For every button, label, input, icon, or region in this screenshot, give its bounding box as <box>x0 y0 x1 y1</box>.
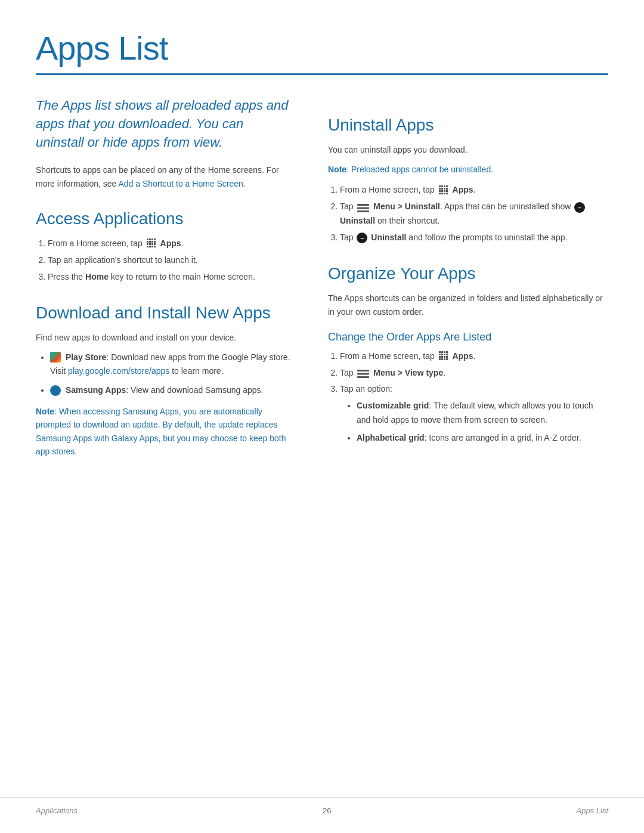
svg-rect-18 <box>444 185 445 187</box>
uninstall-step-2: Tap Menu > Uninstall. Apps that can be u… <box>340 200 608 228</box>
svg-rect-33 <box>357 207 369 209</box>
svg-rect-36 <box>441 351 443 353</box>
svg-rect-48 <box>441 358 443 360</box>
uninstall-note-label: Note <box>328 165 346 174</box>
uninstall-circle-icon: – <box>574 202 585 213</box>
svg-rect-16 <box>439 185 441 187</box>
svg-rect-52 <box>357 373 369 374</box>
svg-rect-6 <box>151 241 153 243</box>
section-title-uninstall: Uninstall Apps <box>328 116 608 135</box>
samsung-apps-item: Samsung Apps: View and download Samsung … <box>50 383 292 398</box>
svg-rect-4 <box>147 241 148 243</box>
svg-rect-49 <box>444 358 445 360</box>
left-column: The Apps list shows all preloaded apps a… <box>36 97 292 466</box>
svg-rect-32 <box>357 204 369 206</box>
change-order-step-2: Tap Menu > View type. <box>340 366 608 380</box>
svg-rect-31 <box>446 193 448 194</box>
svg-rect-28 <box>439 193 441 194</box>
svg-rect-22 <box>444 188 445 190</box>
svg-rect-17 <box>441 185 443 187</box>
play-store-link[interactable]: play.google.com/store/apps <box>68 366 169 376</box>
svg-rect-21 <box>441 188 443 190</box>
svg-rect-39 <box>439 354 441 355</box>
section-title-organize: Organize Your Apps <box>328 264 608 283</box>
footer-right: Apps List <box>577 806 608 815</box>
change-order-step-1: From a Home screen, tap <box>340 349 608 364</box>
svg-rect-7 <box>154 241 156 243</box>
apps-grid-icon-3 <box>438 351 449 361</box>
svg-rect-24 <box>439 190 441 192</box>
right-column: Uninstall Apps You can uninstall apps yo… <box>328 97 608 466</box>
access-step-3: Press the Home key to return to the main… <box>48 270 292 284</box>
customizable-grid-option: Customizable grid: The default view, whi… <box>357 399 608 428</box>
svg-rect-34 <box>357 210 369 212</box>
view-type-options: Customizable grid: The default view, whi… <box>340 399 608 445</box>
svg-rect-12 <box>147 246 148 247</box>
svg-rect-45 <box>444 356 445 358</box>
section-title-access: Access Applications <box>36 209 292 228</box>
svg-rect-37 <box>444 351 445 353</box>
svg-rect-9 <box>149 243 151 245</box>
svg-rect-35 <box>439 351 441 353</box>
svg-rect-50 <box>446 358 448 360</box>
access-step-1: From a Home screen, tap <box>48 237 292 251</box>
download-bullets: Play Store: Download new apps from the G… <box>36 351 292 398</box>
footer: Applications 26 Apps List <box>0 797 644 815</box>
apps-grid-icon <box>146 238 157 249</box>
svg-rect-43 <box>439 356 441 358</box>
samsung-apps-icon <box>50 385 61 396</box>
subsection-change-order: Change the Order Apps Are Listed <box>328 331 608 343</box>
svg-rect-10 <box>151 243 153 245</box>
svg-rect-8 <box>147 243 148 245</box>
svg-rect-14 <box>151 246 153 247</box>
svg-rect-42 <box>446 354 448 355</box>
svg-rect-46 <box>446 356 448 358</box>
organize-intro: The Apps shortcuts can be organized in f… <box>328 292 608 319</box>
svg-rect-30 <box>444 193 445 194</box>
menu-icon-1 <box>357 203 369 211</box>
change-order-step-3: Tap an option: Customizable grid: The de… <box>340 382 608 445</box>
svg-rect-38 <box>446 351 448 353</box>
svg-rect-19 <box>446 185 448 187</box>
svg-rect-40 <box>441 354 443 355</box>
home-screen-shortcut-link[interactable]: Add a Shortcut to a Home Screen <box>119 179 243 188</box>
download-note: Note: When accessing Samsung Apps, you a… <box>36 405 292 459</box>
svg-rect-51 <box>357 370 369 371</box>
page-title: Apps List <box>36 29 608 67</box>
footer-left: Applications <box>36 806 78 815</box>
download-intro: Find new apps to download and install on… <box>36 331 292 345</box>
menu-icon-2 <box>357 368 369 377</box>
svg-rect-1 <box>149 239 151 240</box>
svg-rect-26 <box>444 190 445 192</box>
svg-rect-44 <box>441 356 443 358</box>
uninstall-note: Note: Preloaded apps cannot be uninstall… <box>328 163 608 176</box>
svg-rect-13 <box>149 246 151 247</box>
play-store-item: Play Store: Download new apps from the G… <box>50 351 292 379</box>
uninstall-circle-icon-2: – <box>357 233 367 243</box>
svg-rect-29 <box>441 193 443 194</box>
uninstall-intro: You can uninstall apps you download. <box>328 143 608 157</box>
play-store-icon <box>50 352 61 363</box>
svg-rect-0 <box>147 239 148 240</box>
access-applications-steps: From a Home screen, tap <box>36 237 292 284</box>
svg-rect-3 <box>154 239 156 240</box>
svg-rect-20 <box>439 188 441 190</box>
section-title-download: Download and Install New Apps <box>36 304 292 323</box>
apps-grid-icon-2 <box>438 185 449 196</box>
download-note-label: Note <box>36 407 54 416</box>
svg-rect-53 <box>357 376 369 378</box>
svg-rect-15 <box>154 246 156 247</box>
svg-rect-27 <box>446 190 448 192</box>
footer-page-number: 26 <box>323 806 331 815</box>
svg-rect-5 <box>149 241 151 243</box>
intro-text: The Apps list shows all preloaded apps a… <box>36 97 292 151</box>
uninstall-step-1: From a Home screen, tap <box>340 183 608 197</box>
uninstall-steps: From a Home screen, tap <box>328 183 608 244</box>
change-order-steps: From a Home screen, tap <box>328 349 608 445</box>
title-divider <box>36 73 608 75</box>
intro-sub: Shortcuts to apps can be placed on any o… <box>36 163 292 190</box>
access-step-2: Tap an application's shortcut to launch … <box>48 253 292 268</box>
svg-rect-41 <box>444 354 445 355</box>
svg-rect-11 <box>154 243 156 245</box>
svg-rect-25 <box>441 190 443 192</box>
